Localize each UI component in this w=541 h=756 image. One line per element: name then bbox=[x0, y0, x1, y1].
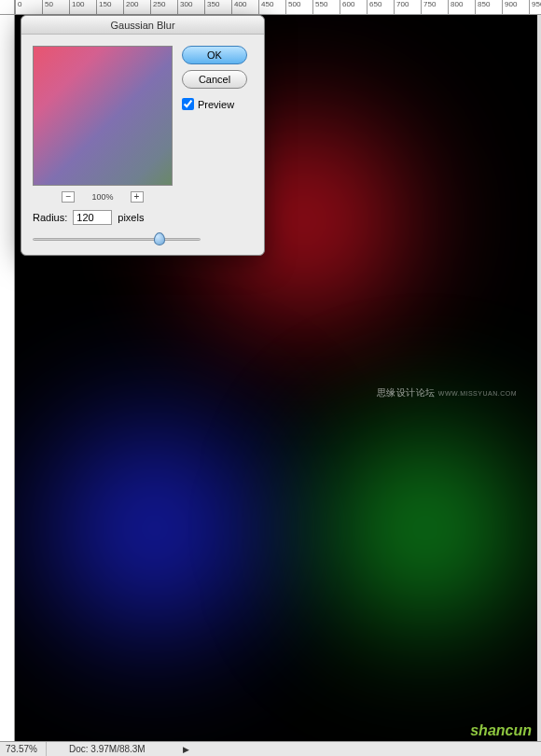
ruler-tick: 450 bbox=[258, 0, 285, 14]
ruler-horizontal: 0501001502002503003504004505005506006507… bbox=[15, 0, 541, 15]
preview-thumbnail[interactable] bbox=[33, 46, 173, 186]
ruler-tick: 250 bbox=[150, 0, 177, 14]
preview-checkbox[interactable] bbox=[182, 98, 194, 110]
gaussian-blur-dialog: Gaussian Blur − 100% + OK Cancel Preview… bbox=[21, 15, 265, 256]
ruler-tick: 650 bbox=[367, 0, 394, 14]
ruler-tick: 950 bbox=[529, 0, 541, 14]
ruler-tick: 500 bbox=[285, 0, 312, 14]
zoom-out-button[interactable]: − bbox=[62, 191, 75, 203]
zoom-in-button[interactable]: + bbox=[131, 191, 144, 203]
ruler-tick: 100 bbox=[69, 0, 96, 14]
corner-watermark: shancun bbox=[470, 722, 532, 739]
preview-checkbox-label: Preview bbox=[198, 99, 234, 110]
ruler-tick: 550 bbox=[312, 0, 340, 14]
ruler-tick: 800 bbox=[448, 0, 475, 14]
ruler-tick: 850 bbox=[475, 0, 502, 14]
ruler-tick: 700 bbox=[394, 0, 421, 14]
doc-size: Doc: 3.97M/88.3M bbox=[47, 744, 146, 754]
ruler-tick: 350 bbox=[204, 0, 231, 14]
slider-thumb[interactable] bbox=[154, 232, 165, 245]
slider-track bbox=[33, 238, 201, 241]
ok-button[interactable]: OK bbox=[182, 46, 247, 64]
radius-label: Radius: bbox=[33, 212, 67, 223]
ruler-tick: 900 bbox=[502, 0, 529, 14]
ruler-corner bbox=[0, 0, 15, 15]
dialog-title: Gaussian Blur bbox=[21, 16, 264, 35]
radius-input[interactable] bbox=[73, 210, 112, 225]
vertical-scrollbar[interactable] bbox=[537, 15, 541, 741]
ruler-tick: 150 bbox=[96, 0, 123, 14]
preview-zoom: 100% bbox=[91, 192, 113, 202]
radius-slider[interactable] bbox=[33, 232, 201, 245]
ruler-vertical bbox=[0, 15, 15, 741]
radius-unit: pixels bbox=[118, 212, 144, 223]
watermark-text: 思缘设计论坛 WWW.MISSYUAN.COM bbox=[377, 386, 518, 399]
ruler-tick: 200 bbox=[123, 0, 150, 14]
status-arrow-icon[interactable]: ▶ bbox=[183, 745, 189, 754]
zoom-level[interactable]: 73.57% bbox=[0, 742, 47, 756]
ruler-tick: 600 bbox=[340, 0, 367, 14]
green-blob bbox=[285, 388, 537, 668]
ruler-tick: 400 bbox=[231, 0, 258, 14]
cancel-button[interactable]: Cancel bbox=[182, 70, 247, 89]
blue-blob bbox=[15, 370, 313, 687]
status-bar: 73.57% Doc: 3.97M/88.3M ▶ bbox=[0, 741, 541, 756]
ruler-tick: 50 bbox=[42, 0, 69, 14]
ruler-tick: 750 bbox=[421, 0, 448, 14]
ruler-tick: 300 bbox=[177, 0, 204, 14]
ruler-tick: 0 bbox=[15, 0, 42, 14]
preview-checkbox-row[interactable]: Preview bbox=[182, 98, 247, 110]
